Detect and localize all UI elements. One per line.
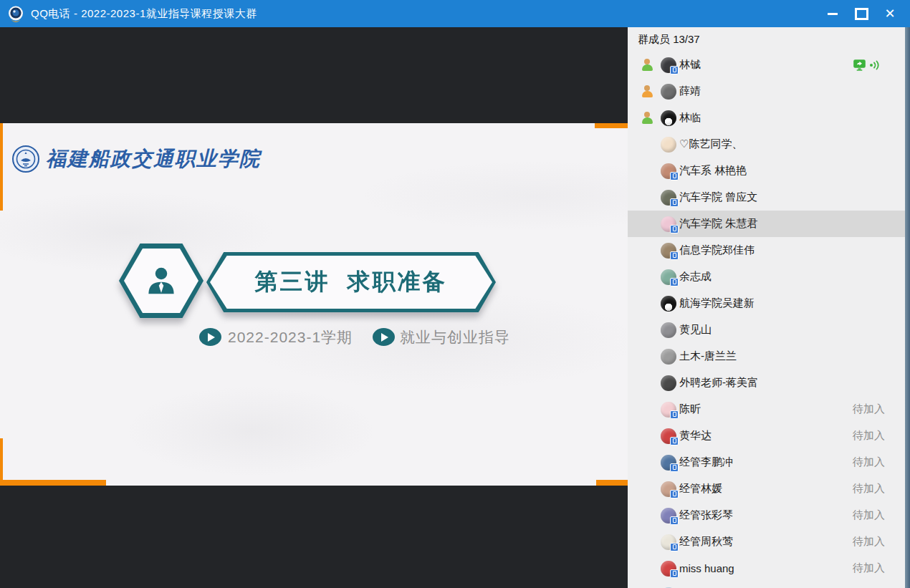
avatar bbox=[661, 455, 676, 471]
school-logo-icon bbox=[11, 145, 40, 173]
avatar bbox=[661, 508, 676, 524]
slide-corner-mark bbox=[0, 438, 3, 486]
avatar bbox=[661, 349, 676, 365]
member-row[interactable]: 丹院 郑黎玥 待加入 bbox=[628, 582, 905, 588]
member-name: 经管李鹏冲 bbox=[679, 456, 733, 469]
avatar bbox=[661, 110, 676, 126]
member-name: 黄华达 bbox=[679, 429, 712, 443]
member-name: 外聘老师-蒋美富 bbox=[679, 376, 758, 390]
pending-label: 待加入 bbox=[853, 456, 885, 469]
member-name: 汽车学院 曾应文 bbox=[679, 191, 757, 204]
avatar bbox=[661, 428, 676, 444]
avatar bbox=[661, 296, 676, 312]
avatar bbox=[661, 561, 676, 577]
close-icon[interactable]: ✕ bbox=[876, 0, 904, 27]
qq-call-camera-icon bbox=[7, 5, 24, 22]
avatar bbox=[661, 322, 676, 338]
member-count-header: 群成员 13/37 bbox=[638, 33, 700, 47]
avatar bbox=[661, 481, 676, 497]
member-name: 薛靖 bbox=[679, 85, 701, 98]
member-row[interactable]: 黄见山 bbox=[628, 317, 905, 343]
mobile-online-badge bbox=[670, 66, 679, 74]
play-icon bbox=[199, 328, 221, 346]
lecture-title: 第三讲 求职准备 bbox=[255, 266, 448, 298]
member-name: 经管林媛 bbox=[679, 482, 722, 496]
member-row[interactable]: 经管林媛 待加入 bbox=[628, 476, 905, 502]
mobile-online-badge bbox=[670, 490, 679, 498]
minimize-icon[interactable] bbox=[818, 0, 847, 27]
member-row[interactable]: 经管张彩琴 待加入 bbox=[628, 502, 905, 529]
slide-header: 福建船政交通职业学院 bbox=[11, 145, 261, 173]
member-row[interactable]: 汽车系 林艳艳 bbox=[628, 158, 905, 184]
member-name: 航海学院吴建新 bbox=[679, 297, 755, 310]
qq-call-window: QQ电话 - 2022-2023-1就业指导课程授课大群 ✕ bbox=[0, 0, 910, 588]
member-row[interactable]: 陈昕 待加入 bbox=[628, 396, 905, 423]
mobile-online-badge bbox=[670, 251, 679, 260]
member-name: 林铖 bbox=[679, 58, 701, 72]
slide-footer: 2022-2023-1学期 就业与创业指导 bbox=[0, 328, 628, 347]
member-row[interactable]: 外聘老师-蒋美富 bbox=[628, 370, 905, 396]
pending-label: 待加入 bbox=[853, 535, 885, 549]
member-name: 经管周秋莺 bbox=[679, 535, 733, 549]
slide-corner-mark bbox=[0, 123, 3, 211]
member-row[interactable]: 林临 bbox=[628, 105, 905, 131]
pending-label: 待加入 bbox=[853, 403, 885, 416]
avatar bbox=[661, 84, 676, 100]
semester-label: 2022-2023-1学期 bbox=[228, 328, 353, 346]
presence-icon bbox=[641, 85, 653, 97]
avatar bbox=[661, 243, 676, 259]
avatar bbox=[661, 57, 676, 73]
lecture-title-banner: 第三讲 求职准备 bbox=[206, 252, 496, 312]
maximize-icon[interactable] bbox=[847, 0, 876, 27]
avatar bbox=[661, 269, 676, 285]
pending-label: 待加入 bbox=[853, 429, 885, 443]
member-row[interactable]: 经管周秋莺 待加入 bbox=[628, 529, 905, 555]
window-controls: ✕ bbox=[818, 0, 904, 27]
business-person-icon bbox=[145, 264, 178, 297]
member-name: 黄见山 bbox=[679, 323, 712, 337]
mobile-online-badge bbox=[670, 463, 679, 472]
window-title: QQ电话 - 2022-2023-1就业指导课程授课大群 bbox=[31, 7, 257, 21]
member-name: ♡陈艺同学、 bbox=[679, 138, 742, 151]
mobile-online-badge bbox=[670, 198, 679, 207]
avatar bbox=[661, 534, 676, 550]
screen-share-icon bbox=[853, 59, 866, 71]
member-row[interactable]: 航海学院吴建新 bbox=[628, 290, 905, 317]
member-row[interactable]: 薛靖 bbox=[628, 78, 905, 105]
member-row[interactable]: 黄华达 待加入 bbox=[628, 423, 905, 449]
avatar bbox=[661, 190, 676, 206]
member-name: 汽车学院 朱慧君 bbox=[679, 217, 757, 231]
course-label: 就业与创业指导 bbox=[400, 328, 510, 346]
member-row[interactable]: ♡陈艺同学、 bbox=[628, 131, 905, 158]
mobile-online-badge bbox=[670, 543, 679, 551]
member-row[interactable]: 信息学院郑佳伟 bbox=[628, 237, 905, 264]
member-row[interactable]: 汽车学院 朱慧君 bbox=[628, 211, 905, 237]
avatar bbox=[661, 163, 676, 179]
avatar bbox=[661, 402, 676, 418]
member-panel: 群成员 13/37 林铖 薛靖 bbox=[628, 27, 910, 588]
pending-label: 待加入 bbox=[853, 482, 885, 496]
slide-corner-mark bbox=[0, 480, 106, 486]
member-row[interactable]: 经管李鹏冲 待加入 bbox=[628, 449, 905, 476]
member-row[interactable]: miss huang 待加入 bbox=[628, 555, 905, 582]
slide-corner-mark bbox=[596, 480, 628, 486]
school-name: 福建船政交通职业学院 bbox=[46, 145, 261, 173]
member-name: 土木-唐兰兰 bbox=[679, 350, 737, 363]
avatar bbox=[661, 375, 676, 391]
member-row[interactable]: 余志成 bbox=[628, 264, 905, 290]
avatar bbox=[661, 137, 676, 153]
member-row[interactable]: 林铖 bbox=[628, 52, 905, 78]
member-name: 经管张彩琴 bbox=[679, 509, 733, 522]
mobile-online-badge bbox=[670, 410, 679, 419]
member-name: 汽车系 林艳艳 bbox=[679, 164, 747, 178]
member-row[interactable]: 汽车学院 曾应文 bbox=[628, 184, 905, 211]
pending-label: 待加入 bbox=[853, 509, 885, 522]
member-row[interactable]: 土木-唐兰兰 bbox=[628, 343, 905, 370]
member-name: miss huang bbox=[679, 562, 734, 574]
speaking-icon bbox=[869, 59, 881, 71]
member-list: 林铖 薛靖 林 bbox=[628, 52, 905, 588]
mobile-online-badge bbox=[670, 225, 679, 233]
title-bar: QQ电话 - 2022-2023-1就业指导课程授课大群 ✕ bbox=[0, 0, 910, 27]
mobile-online-badge bbox=[670, 516, 679, 525]
avatar bbox=[661, 216, 676, 232]
